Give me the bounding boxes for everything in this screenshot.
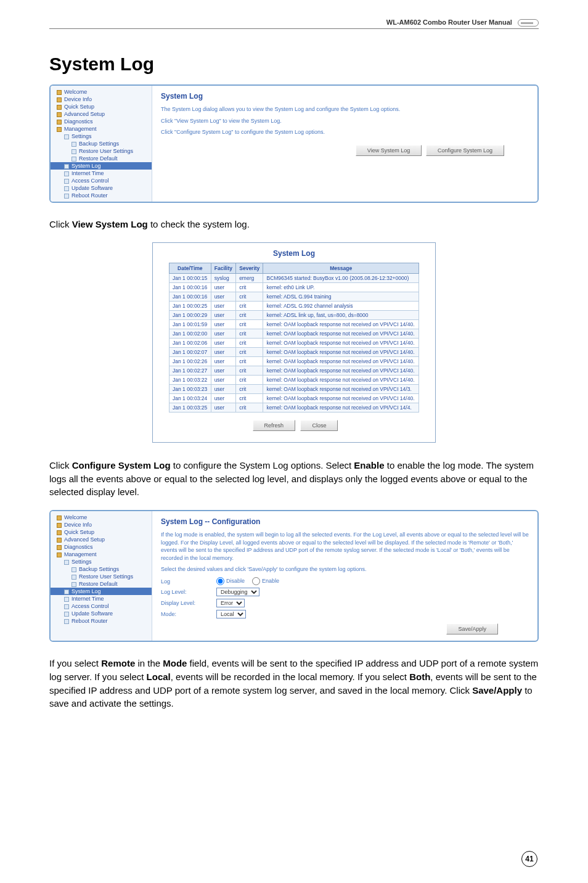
log-table: Date/TimeFacilitySeverityMessageJan 1 00… [169, 263, 419, 413]
sidebar-item[interactable]: System Log [51, 588, 152, 595]
text-bold: Enable [354, 460, 384, 470]
sidebar-item-label: Restore User Settings [79, 148, 133, 154]
radio-disable-input[interactable] [216, 577, 224, 585]
sidebar-item[interactable]: Backup Settings [51, 565, 152, 573]
sidebar-item[interactable]: System Log [51, 162, 152, 170]
table-row: Jan 1 00:03:22usercritkernel: OAM loopba… [169, 375, 419, 384]
view-syslog-button[interactable]: View System Log [356, 145, 422, 156]
folder-icon [71, 157, 76, 162]
sidebar-item[interactable]: Restore Default [51, 155, 152, 162]
sidebar-item[interactable]: Quick Setup [51, 528, 152, 536]
table-cell: user [211, 329, 236, 338]
folder-icon [71, 582, 76, 587]
sidebar-item[interactable]: Advanced Setup [51, 536, 152, 543]
refresh-button[interactable]: Refresh [253, 420, 296, 431]
mode-row: Mode: Local [161, 610, 529, 618]
table-cell: crit [236, 403, 263, 412]
sidebar-item[interactable]: Diagnostics [51, 118, 152, 125]
folder-icon [57, 112, 62, 117]
sidebar-item-label: Backup Settings [79, 566, 119, 572]
sidebar-item[interactable]: Device Info [51, 96, 152, 103]
save-apply-button[interactable]: Save/Apply [446, 623, 498, 635]
sidebar-item-label: Advanced Setup [64, 536, 105, 543]
panel1-heading: System Log [161, 92, 529, 101]
sidebar-item-label: Restore User Settings [79, 573, 133, 580]
sidebar-item[interactable]: Advanced Setup [51, 110, 152, 118]
radio-enable-input[interactable] [252, 577, 260, 585]
table-cell: BCM96345 started: BusyBox v1.00 (2005.08… [263, 273, 419, 282]
table-cell: user [211, 356, 236, 366]
sidebar-item[interactable]: Diagnostics [51, 543, 152, 551]
sidebar-item[interactable]: Quick Setup [51, 103, 152, 110]
text: to check the system log. [148, 219, 250, 229]
table-cell: Jan 1 00:03:22 [169, 375, 211, 384]
sidebar-item[interactable]: Access Control [51, 177, 152, 184]
table-cell: crit [236, 375, 263, 384]
table-header: Severity [236, 263, 263, 273]
sidebar-item-label: Advanced Setup [64, 111, 105, 117]
sidebar-item[interactable]: Internet Time [51, 595, 152, 602]
sidebar-item-label: Reboot Router [71, 192, 108, 199]
table-row: Jan 1 00:02:06usercritkernel: OAM loopba… [169, 338, 419, 347]
table-cell: user [211, 366, 236, 375]
sidebar-item[interactable]: Management [51, 125, 152, 133]
table-cell: crit [236, 366, 263, 375]
text-bold: Remote [101, 658, 135, 668]
panel1-main: System Log The System Log dialog allows … [152, 86, 537, 202]
sidebar-item-label: Update Software [71, 185, 113, 191]
loglevel-row: Log Level: Debugging [161, 588, 529, 596]
table-cell: Jan 1 00:03:23 [169, 384, 211, 393]
table-cell: user [211, 301, 236, 310]
sidebar-item[interactable]: Reboot Router [51, 192, 152, 199]
table-row: Jan 1 00:03:25usercritkernel: OAM loopba… [169, 403, 419, 412]
table-row: Jan 1 00:00:29usercritkernel: ADSL link … [169, 310, 419, 319]
text: Click [49, 460, 72, 470]
sidebar-item[interactable]: Internet Time [51, 170, 152, 177]
folder-icon [57, 523, 62, 528]
text-bold: Local [147, 671, 171, 682]
displevel-select[interactable]: Error [216, 599, 245, 607]
sidebar-item[interactable]: Reboot Router [51, 617, 152, 625]
table-cell: Jan 1 00:00:29 [169, 310, 211, 319]
sidebar-item[interactable]: Backup Settings [51, 140, 152, 147]
sidebar-item[interactable]: Restore User Settings [51, 147, 152, 155]
sidebar-item[interactable]: Device Info [51, 521, 152, 528]
loglevel-label: Log Level: [161, 589, 216, 595]
body-para-1: Click View System Log to check the syste… [49, 218, 539, 231]
table-cell: Jan 1 00:00:16 [169, 282, 211, 292]
table-cell: user [211, 282, 236, 292]
sidebar-item[interactable]: Settings [51, 558, 152, 565]
configure-syslog-button[interactable]: Configure System Log [426, 145, 504, 156]
folder-icon [57, 545, 62, 550]
sidebar-item[interactable]: Update Software [51, 610, 152, 617]
table-cell: user [211, 319, 236, 329]
table-cell: kernel: OAM loopback response not receiv… [263, 329, 419, 338]
sidebar-item[interactable]: Settings [51, 133, 152, 140]
loglevel-select[interactable]: Debugging [216, 588, 259, 596]
folder-icon [64, 619, 69, 624]
manual-title: WL-AM602 Combo Router User Manual [386, 18, 512, 26]
sidebar-item[interactable]: Restore Default [51, 580, 152, 588]
sidebar-item[interactable]: Welcome [51, 514, 152, 521]
table-row: Jan 1 00:02:27usercritkernel: OAM loopba… [169, 366, 419, 375]
mode-select[interactable]: Local [216, 610, 246, 618]
sidebar-item[interactable]: Update Software [51, 184, 152, 192]
text: If you select [49, 658, 101, 668]
sidebar-item-label: Quick Setup [64, 104, 94, 110]
sidebar-item[interactable]: Management [51, 551, 152, 558]
table-cell: crit [236, 292, 263, 301]
sidebar-item[interactable]: Restore User Settings [51, 573, 152, 580]
radio-enable[interactable]: Enable [252, 577, 279, 585]
sidebar-item[interactable]: Access Control [51, 602, 152, 610]
table-cell: kernel: OAM loopback response not receiv… [263, 403, 419, 412]
sidebar-item-label: Restore Default [79, 581, 118, 587]
sidebar-item-label: Internet Time [71, 596, 104, 602]
mode-label: Mode: [161, 611, 216, 617]
table-cell: crit [236, 301, 263, 310]
close-button[interactable]: Close [300, 420, 338, 431]
syslog-table-panel: System Log Date/TimeFacilitySeverityMess… [152, 242, 436, 443]
table-cell: kernel: OAM loopback response not receiv… [263, 366, 419, 375]
radio-disable[interactable]: Disable [216, 577, 245, 585]
folder-icon [57, 530, 62, 535]
sidebar-item[interactable]: Welcome [51, 88, 152, 96]
